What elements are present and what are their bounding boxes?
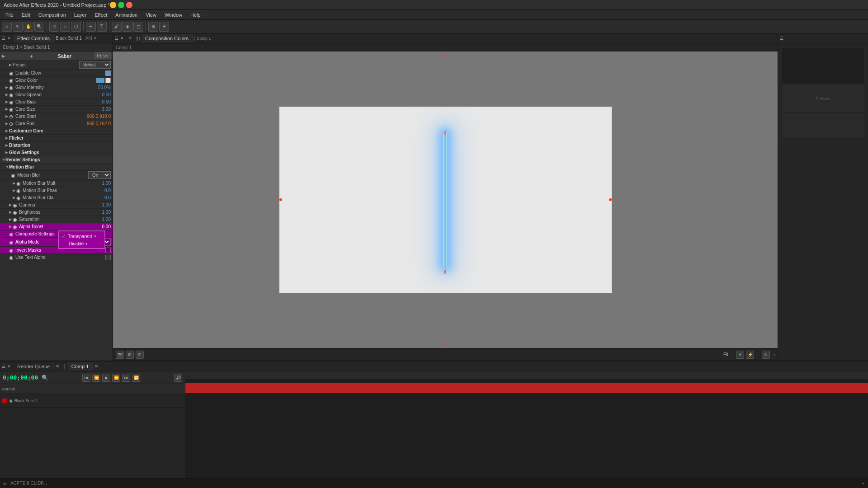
comp1-close[interactable]: ✕: [93, 364, 100, 369]
brightness-value[interactable]: 1.00: [102, 210, 111, 215]
glow-settings-triangle[interactable]: ▶: [5, 150, 9, 155]
tab-render-queue[interactable]: Render Queue: [14, 362, 54, 371]
time-search-icon[interactable]: 🔍: [42, 375, 48, 381]
timeline-layer-row[interactable]: ◉ Black Solid 1: [0, 394, 185, 408]
toolbar-hand[interactable]: ✋: [24, 22, 33, 32]
enable-glow-checkbox[interactable]: [105, 70, 111, 76]
dropdown-option-disable[interactable]: Disable ▾: [60, 240, 104, 247]
alpha-boost-triangle[interactable]: ▶: [9, 225, 13, 229]
mb-phas-triangle[interactable]: ▶: [13, 188, 16, 192]
core-size-triangle[interactable]: ▶: [5, 107, 9, 111]
menu-layer[interactable]: Layer: [71, 11, 90, 19]
layer-mode-label: Normal: [2, 387, 15, 391]
mb-cla-value[interactable]: 0.0: [104, 195, 111, 200]
render-queue-close[interactable]: ✕: [54, 364, 61, 369]
mb-mult-triangle[interactable]: ▶: [13, 181, 16, 185]
glow-color-swatch[interactable]: [96, 78, 111, 83]
mb-cla-label: Motion Blur Cla: [23, 195, 104, 200]
core-start-value[interactable]: 960.0,918.0: [87, 114, 111, 119]
invert-masks-checkbox[interactable]: [105, 248, 111, 253]
playback-play[interactable]: ▶: [102, 374, 110, 382]
saturation-triangle[interactable]: ▶: [9, 217, 13, 221]
use-text-alpha-checkbox[interactable]: [105, 255, 111, 260]
motion-blur-dropdown[interactable]: On Off: [88, 171, 111, 179]
glow-bias-value[interactable]: 0.50: [102, 99, 111, 104]
toolbar-ellipse[interactable]: ○: [60, 22, 70, 32]
glow-intensity-triangle[interactable]: ▶: [5, 85, 9, 89]
glow-settings-label: Glow Settings: [9, 150, 111, 155]
time-display[interactable]: 0;00;00;00: [3, 374, 38, 381]
menu-effect[interactable]: Effect: [91, 11, 111, 19]
option-disable-arrow[interactable]: ▾: [85, 242, 88, 246]
toolbar-puppet[interactable]: ✦: [159, 22, 169, 32]
toolbar-poly[interactable]: ⬡: [71, 22, 81, 32]
playback-prev[interactable]: ⏮: [82, 374, 90, 382]
customize-core-triangle[interactable]: ▶: [5, 129, 9, 133]
minimize-btn[interactable]: [110, 2, 116, 8]
toolbar-eraser[interactable]: ◻: [133, 22, 143, 32]
menu-file[interactable]: File: [2, 11, 17, 19]
toolbar-text[interactable]: T: [97, 22, 107, 32]
distortion-triangle[interactable]: ▶: [5, 143, 9, 147]
viewer-arrow[interactable]: ›: [774, 352, 775, 357]
core-start-triangle[interactable]: ▶: [5, 114, 9, 118]
viewer-btn-fast-preview[interactable]: ⚡: [746, 351, 754, 359]
brightness-triangle[interactable]: ▶: [9, 210, 13, 214]
menu-edit[interactable]: Edit: [18, 11, 34, 19]
alpha-boost-value[interactable]: 0.00: [102, 224, 111, 229]
timeline-right: [185, 371, 868, 478]
toolbar-stamp[interactable]: ◈: [123, 22, 132, 32]
menu-composition[interactable]: Composition: [35, 11, 70, 19]
core-size-value[interactable]: 3.00: [102, 107, 111, 112]
tab-effect-controls[interactable]: Effect Controls: [14, 34, 54, 42]
toolbar-zoom[interactable]: 🔍: [34, 22, 44, 32]
preset-triangle[interactable]: ▶: [9, 63, 13, 67]
playback-rew[interactable]: ⏪: [92, 374, 100, 382]
layer-visibility[interactable]: ◉: [9, 399, 13, 403]
toolbar-roto[interactable]: ⊞: [148, 22, 158, 32]
toolbar-rect[interactable]: □: [49, 22, 59, 32]
flicker-triangle[interactable]: ▶: [5, 136, 9, 140]
mb-mult-value[interactable]: 1.00: [102, 181, 111, 186]
gamma-triangle[interactable]: ▶: [9, 203, 13, 207]
playback-next[interactable]: ⏭: [122, 374, 130, 382]
viewer-btn-exposure[interactable]: ☀: [736, 351, 744, 359]
toolbar-select[interactable]: ↖: [13, 22, 23, 32]
glow-bias-triangle[interactable]: ▶: [5, 100, 9, 104]
gamma-value[interactable]: 1.00: [102, 202, 111, 207]
toolbar-pen[interactable]: ✒: [86, 22, 96, 32]
core-start-icon: ⊕: [9, 114, 14, 119]
menu-animation[interactable]: Animation: [112, 11, 141, 19]
viewer-btn-grid[interactable]: ⊞: [126, 351, 134, 359]
prop-enable-glow: ◉ Enable Glow: [0, 70, 113, 77]
menu-window[interactable]: Window: [161, 11, 186, 19]
mb-cla-triangle[interactable]: ▶: [13, 196, 16, 200]
mb-phas-value[interactable]: 0.0: [104, 188, 111, 193]
playback-loop[interactable]: 🔁: [132, 374, 140, 382]
option-transparent-arrow[interactable]: ▾: [94, 234, 96, 239]
core-end-triangle[interactable]: ▶: [5, 122, 9, 126]
menu-help[interactable]: Help: [187, 11, 204, 19]
glow-spread-triangle[interactable]: ▶: [5, 93, 9, 97]
toolbar-home[interactable]: ⌂: [2, 22, 12, 32]
tab-comp1-timeline[interactable]: Comp 1: [68, 362, 93, 371]
maximize-btn[interactable]: [118, 2, 124, 8]
saturation-value[interactable]: 1.20: [102, 217, 111, 222]
menu-view[interactable]: View: [142, 11, 160, 19]
audio-btn[interactable]: 🔊: [174, 374, 182, 382]
reset-button[interactable]: Reset: [94, 52, 111, 59]
playback-fwd[interactable]: ⏩: [112, 374, 120, 382]
dropdown-option-transparent[interactable]: ✓ Transparent ▾: [60, 232, 104, 240]
preset-dropdown[interactable]: Select: [79, 61, 111, 69]
tab-comp1[interactable]: Composition Colors: [142, 34, 193, 42]
close-btn[interactable]: [126, 2, 132, 8]
toolbar-brush[interactable]: 🖌: [112, 22, 122, 32]
viewer-btn-safe[interactable]: ⊡: [136, 351, 144, 359]
core-end-value[interactable]: 960.0,162.0: [87, 121, 111, 126]
render-settings-triangle[interactable]: ▼: [2, 158, 5, 162]
viewer-btn-snapshot[interactable]: 📷: [116, 351, 124, 359]
glow-intensity-value[interactable]: 50.0%: [98, 85, 111, 90]
viewer-btn-toggle-mask[interactable]: ⊖: [762, 351, 770, 359]
glow-spread-value[interactable]: 0.50: [102, 92, 111, 97]
motion-blur-section-triangle[interactable]: ▼: [5, 165, 9, 169]
